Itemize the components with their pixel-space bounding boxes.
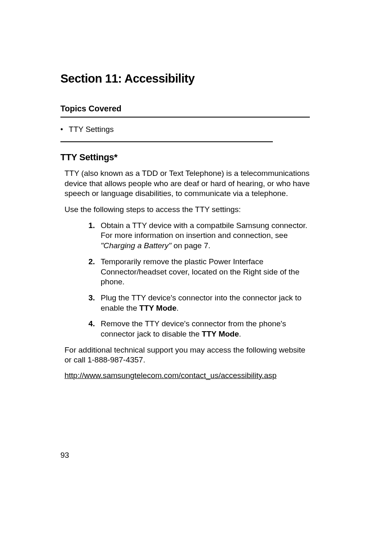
step-text: Obtain a TTY device with a compatbile Sa… (101, 221, 310, 251)
paragraph-1: TTY (also known as a TDD or Text Telepho… (65, 168, 310, 199)
section-title: Section 11: Accessibility (60, 72, 310, 85)
support-link[interactable]: http://www.samsungtelecom.com/contact_us… (65, 371, 310, 380)
topics-end-divider (60, 141, 273, 142)
topics-item-label: TTY Settings (69, 125, 113, 134)
step-4: 4. Remove the TTY device's connector fro… (81, 319, 310, 339)
topics-covered-header: Topics Covered (60, 104, 310, 113)
step-number: 2. (81, 257, 101, 287)
page-number: 93 (60, 451, 69, 460)
step-number: 3. (81, 293, 101, 313)
paragraph-3: For additional technical support you may… (65, 345, 310, 365)
step-number: 4. (81, 319, 101, 339)
tty-settings-heading: TTY Settings* (60, 152, 310, 163)
paragraph-2: Use the following steps to access the TT… (65, 205, 310, 215)
steps-list: 1. Obtain a TTY device with a compatbile… (81, 221, 310, 339)
step-1: 1. Obtain a TTY device with a compatbile… (81, 221, 310, 251)
step-number: 1. (81, 221, 101, 251)
topics-divider (60, 117, 310, 118)
step-2: 2. Temporarily remove the plastic Power … (81, 257, 310, 287)
bullet-icon: • (60, 125, 63, 134)
step-text: Remove the TTY device's connector from t… (101, 319, 310, 339)
step-text: Plug the TTY device's connector into the… (101, 293, 310, 313)
step-text: Temporarily remove the plastic Power Int… (101, 257, 310, 287)
step-3: 3. Plug the TTY device's connector into … (81, 293, 310, 313)
topics-list-item: • TTY Settings (60, 125, 310, 134)
